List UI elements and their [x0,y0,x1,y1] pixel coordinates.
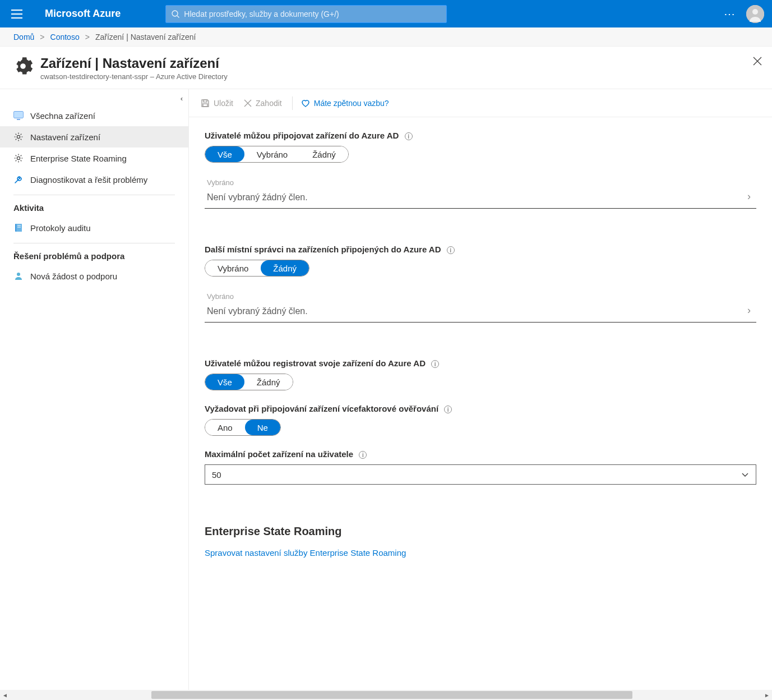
sidebar: ‹‹ Všechna zařízení Nastavení zařízení E… [0,89,189,700]
save-button[interactable]: Uložit [200,98,233,108]
svg-point-6 [17,156,20,159]
heart-icon [301,98,311,108]
support-person-icon [13,271,24,281]
field-mfa: Vyžadovat při připojování zařízení vícef… [205,404,756,413]
field-join-devices: Uživatelé můžou připojovat zařízení do A… [205,131,756,140]
pill-admins-none[interactable]: Žádný [261,260,309,276]
sidebar-item-label: Diagnostikovat a řešit problémy [30,175,147,185]
pill-register-all[interactable]: Vše [205,374,244,390]
more-menu[interactable]: ⋯ [716,7,744,21]
wrench-icon [13,174,24,185]
field-label-text: Další místní správci na zařízeních připo… [205,245,441,254]
field-label-text: Uživatelé můžou připojovat zařízení do A… [205,131,399,140]
search-icon [172,10,179,18]
breadcrumb: Domů > Contoso > Zařízení | Nastavení za… [0,27,772,47]
svg-rect-4 [14,112,23,118]
info-icon[interactable]: i [405,132,413,140]
pill-register-none[interactable]: Žádný [244,374,293,390]
svg-point-2 [752,9,758,15]
save-label: Uložit [214,99,233,108]
pill-join-selected[interactable]: Vybráno [244,146,300,162]
toolbar-separator [292,96,293,110]
picker-admins-members[interactable]: Vybráno Není vybraný žádný člen. › [205,289,756,323]
breadcrumb-current: Zařízení | Nastavení zařízení [95,33,196,42]
sidebar-section-support: Řešení problémů a podpora [13,243,175,265]
sidebar-item-device-settings[interactable]: Nastavení zařízení [0,126,188,148]
search-input[interactable] [184,10,441,19]
picker-title: Vybráno [207,292,308,301]
field-max-devices: Maximální počet zařízení na uživatele i [205,449,756,459]
sidebar-item-esr[interactable]: Enterprise State Roaming [0,148,188,169]
scroll-thumb[interactable] [151,691,632,699]
avatar[interactable] [746,5,764,23]
topbar: Microsoft Azure ⋯ [0,0,772,27]
svg-point-9 [17,273,20,276]
info-icon[interactable]: i [431,360,439,368]
sidebar-item-all-devices[interactable]: Všechna zařízení [0,105,188,126]
svg-rect-8 [16,224,22,232]
global-search[interactable] [165,5,447,23]
gear-icon [13,153,24,163]
field-label-text: Uživatelé můžou registrovat svoje zaříze… [205,358,426,368]
link-manage-esr[interactable]: Spravovat nastavení služby Enterprise St… [205,548,756,558]
sidebar-item-label: Protokoly auditu [30,223,91,233]
save-icon [200,98,210,108]
discard-button[interactable]: Zahodit [243,99,282,108]
close-button[interactable] [753,57,762,66]
breadcrumb-sep: > [85,33,90,42]
hamburger-menu[interactable] [0,10,34,19]
avatar-icon [746,5,764,23]
chevron-right-icon: › [747,305,751,316]
monitor-icon [13,110,24,121]
feedback-button[interactable]: Máte zpětnou vazbu? [301,98,389,108]
pill-join-all[interactable]: Vše [205,146,244,162]
field-label-text: Vyžadovat při připojování zařízení vícef… [205,404,438,413]
pill-join-none[interactable]: Žádný [300,146,348,162]
svg-point-5 [17,135,20,138]
sidebar-section-activity: Aktivita [13,195,175,217]
pill-mfa-yes[interactable]: Ano [205,420,245,435]
book-icon [13,223,24,233]
chevron-right-icon: › [747,191,751,202]
toolbar: Uložit Zahodit Máte zpětnou vazbu? [189,89,772,117]
sidebar-item-label: Enterprise State Roaming [30,154,127,163]
scroll-track[interactable] [10,690,762,700]
page-title: Zařízení | Nastavení zařízení [40,56,228,71]
breadcrumb-home[interactable]: Domů [13,33,34,42]
breadcrumb-org[interactable]: Contoso [50,33,80,42]
breadcrumb-sep: > [40,33,44,42]
page-header: Zařízení | Nastavení zařízení cwatson-te… [0,47,772,89]
hamburger-icon [11,10,22,19]
picker-join-members[interactable]: Vybráno Není vybraný žádný člen. › [205,175,756,209]
svg-point-0 [172,11,178,16]
pill-admins-selected[interactable]: Vybráno [205,260,261,276]
pillgroup-mfa: Ano Ne [205,419,281,436]
sidebar-item-new-support[interactable]: Nová žádost o podporu [0,265,188,287]
field-label-text: Maximální počet zařízení na uživatele [205,449,353,459]
pillgroup-join: Vše Vybráno Žádný [205,146,349,163]
sidebar-item-label: Nová žádost o podporu [30,271,117,281]
gear-icon [13,57,33,76]
discard-icon [243,99,252,108]
info-icon[interactable]: i [359,451,367,459]
select-value: 50 [212,470,221,480]
select-max-devices[interactable]: 50 [205,464,756,485]
scroll-left-button[interactable]: ◄ [0,690,10,700]
sidebar-item-label: Nastavení zařízení [30,132,100,142]
brand-label: Microsoft Azure [45,8,121,20]
discard-label: Zahodit [256,99,282,108]
chevron-down-icon [741,471,749,478]
section-esr-title: Enterprise State Roaming [205,525,756,538]
pill-mfa-no[interactable]: Ne [245,420,280,435]
sidebar-item-diagnose[interactable]: Diagnostikovat a řešit problémy [0,169,188,190]
picker-value: Není vybraný žádný člen. [207,306,308,316]
page-subtitle: cwatson-testdirectory-tenant-sspr – Azur… [40,72,228,81]
info-icon[interactable]: i [444,406,452,413]
picker-title: Vybráno [207,178,308,187]
field-local-admins: Další místní správci na zařízeních připo… [205,245,756,254]
content-area: Uživatelé můžou připojovat zařízení do A… [189,117,772,700]
sidebar-item-audit-logs[interactable]: Protokoly auditu [0,217,188,238]
info-icon[interactable]: i [447,246,455,254]
sidebar-item-label: Všechna zařízení [30,111,95,121]
scroll-right-button[interactable]: ► [762,690,772,700]
